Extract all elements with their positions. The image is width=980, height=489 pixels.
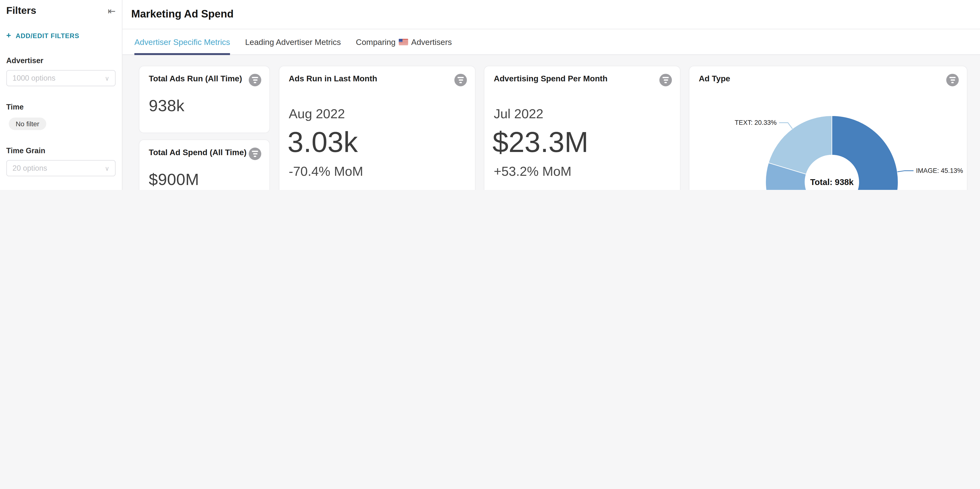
donut-slice-text[interactable] <box>768 116 832 174</box>
big-value: 3.03k <box>288 125 467 159</box>
advertiser-select[interactable]: 1000 options ∨ <box>6 70 116 86</box>
main-area: Marketing Ad Spend Advertiser Specific M… <box>123 0 980 190</box>
delta-label: -70.4% MoM <box>289 164 466 179</box>
tab-label: Advertisers <box>411 37 452 47</box>
collapse-sidebar-icon[interactable]: ⇤ <box>108 6 116 15</box>
add-edit-filters-button[interactable]: + ADD/EDIT FILTERS <box>6 30 116 40</box>
chevron-down-icon: ∨ <box>105 165 110 172</box>
tab-label: Advertiser Specific Metrics <box>134 37 230 47</box>
donut-center-label: Total: 938k <box>810 177 854 187</box>
ad-type-card: Ad Type IMAGE: 45.13%VIDEO: 34.54%TEXT: … <box>689 65 967 190</box>
tab-advertiser-specific-metrics[interactable]: Advertiser Specific Metrics <box>134 29 230 54</box>
filters-title: Filters <box>6 5 37 16</box>
time-grain-select-placeholder: 20 options <box>13 164 47 173</box>
tab-bar: Advertiser Specific Metrics Leading Adve… <box>123 29 980 55</box>
filters-sidebar: Filters ⇤ + ADD/EDIT FILTERS Advertiser … <box>0 0 123 190</box>
add-edit-filters-label: ADD/EDIT FILTERS <box>16 32 79 39</box>
filter-indicator-icon[interactable] <box>659 74 672 86</box>
tab-comparing-advertisers[interactable]: Comparing Advertisers <box>356 29 452 54</box>
plus-icon: + <box>6 30 11 40</box>
delta-label: +53.2% MoM <box>494 164 671 179</box>
big-value: $23.3M <box>492 125 672 159</box>
dashboard-content: Total Ads Run (All Time) 938k Total Ad S… <box>123 54 980 190</box>
card-title: Ads Run in Last Month <box>289 74 377 84</box>
kpi-card-total-ads-run: Total Ads Run (All Time) 938k <box>139 65 270 133</box>
trend-card-spend-per-month: Advertising Spend Per Month Jul 2022 $23… <box>484 65 681 190</box>
donut-label: TEXT: 20.33% <box>735 119 776 126</box>
dashboard-app: Filters ⇤ + ADD/EDIT FILTERS Advertiser … <box>0 0 980 190</box>
card-title: Advertising Spend Per Month <box>494 74 608 84</box>
tab-label: Leading Advertiser Metrics <box>245 37 341 47</box>
time-grain-label: Time Grain <box>6 147 116 155</box>
dashboard-header: Marketing Ad Spend <box>123 0 980 29</box>
page-title: Marketing Ad Spend <box>131 8 234 21</box>
period-label: Aug 2022 <box>289 106 466 121</box>
filter-indicator-icon[interactable] <box>454 74 467 86</box>
kpi-card-total-ad-spend: Total Ad Spend (All Time) $900M <box>139 139 270 190</box>
filter-indicator-icon[interactable] <box>249 74 261 86</box>
advertiser-select-placeholder: 1000 options <box>13 74 56 83</box>
us-flag-icon <box>399 39 408 45</box>
card-title: Total Ad Spend (All Time) <box>149 148 247 158</box>
time-no-filter-tag: No filter <box>9 118 46 130</box>
filter-indicator-icon[interactable] <box>249 148 261 160</box>
ad-type-donut-chart[interactable]: IMAGE: 45.13%VIDEO: 34.54%TEXT: 20.33%To… <box>689 66 968 190</box>
card-title: Total Ads Run (All Time) <box>149 74 242 84</box>
tab-label: Comparing <box>356 37 396 47</box>
kpi-value: $900M <box>139 160 269 190</box>
advertiser-label: Advertiser <box>6 56 116 65</box>
kpi-value: 938k <box>139 86 269 116</box>
time-grain-select[interactable]: 20 options ∨ <box>6 160 116 176</box>
chevron-down-icon: ∨ <box>105 75 110 81</box>
period-label: Jul 2022 <box>494 106 671 121</box>
donut-label: IMAGE: 45.13% <box>916 167 963 174</box>
time-label: Time <box>6 102 116 111</box>
tab-leading-advertiser-metrics[interactable]: Leading Advertiser Metrics <box>245 29 341 54</box>
trend-card-ads-run-last-month: Ads Run in Last Month Aug 2022 3.03k -70… <box>279 65 476 190</box>
